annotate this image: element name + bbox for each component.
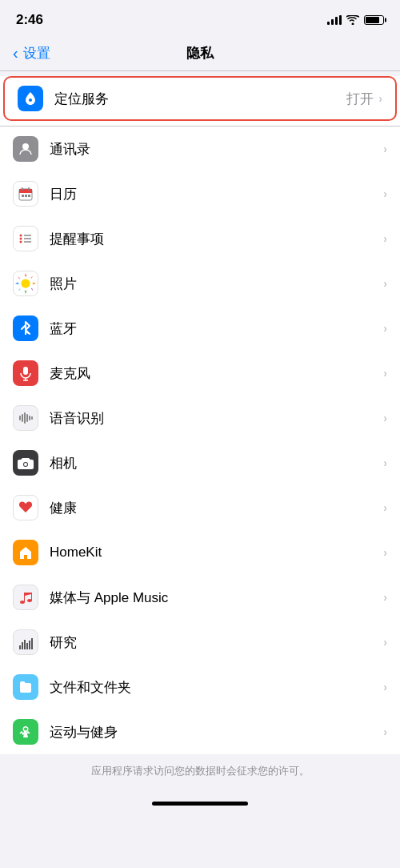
reminders-label: 提醒事项 [50,230,383,248]
calendar-label: 日历 [50,185,383,203]
back-button[interactable]: ‹ 设置 [13,44,50,62]
svg-point-9 [20,238,22,240]
svg-rect-7 [28,195,30,197]
wifi-icon [346,15,359,25]
location-label: 定位服务 [54,90,346,108]
files-chevron-icon: › [383,681,387,693]
list-item-reminders[interactable]: 提醒事项 › [0,216,400,261]
speech-label: 语音识别 [50,409,383,428]
status-time: 2:46 [16,12,43,28]
list-item-bluetooth[interactable]: 蓝牙 › [0,306,400,351]
media-label: 媒体与 Apple Music [50,589,383,607]
media-icon [13,585,38,610]
svg-rect-2 [19,189,32,193]
homekit-icon [13,540,38,565]
svg-marker-19 [18,276,21,280]
back-chevron-icon: ‹ [13,45,18,61]
svg-point-40 [24,728,27,731]
list-item-photos[interactable]: 照片 › [0,261,400,306]
list-item-media[interactable]: 媒体与 Apple Music › [0,575,400,620]
status-bar: 2:46 [0,0,400,35]
list-item-health[interactable]: 健康 › [0,485,400,530]
media-chevron-icon: › [383,591,387,604]
list-item-speech[interactable]: 语音识别 › [0,396,400,440]
location-icon [18,86,43,111]
list-item-location[interactable]: 定位服务 打开 › [3,76,397,121]
list-item-camera[interactable]: 相机 › [0,440,400,485]
bottom-bar [0,783,400,810]
health-chevron-icon: › [383,501,387,514]
camera-chevron-icon: › [383,456,387,469]
list-item-homekit[interactable]: HomeKit › [0,530,400,575]
microphone-chevron-icon: › [383,367,387,380]
list-item-calendar[interactable]: 日历 › [0,171,400,216]
svg-point-33 [24,463,27,466]
svg-rect-37 [26,643,28,649]
speech-icon [13,405,38,431]
svg-rect-28 [24,412,26,424]
svg-marker-18 [32,283,36,285]
svg-rect-34 [19,645,21,649]
svg-rect-36 [24,640,26,649]
svg-rect-38 [29,641,30,649]
svg-rect-35 [22,642,23,649]
fitness-chevron-icon: › [383,725,387,738]
location-chevron-icon: › [378,92,382,105]
calendar-icon [13,181,38,207]
svg-point-8 [20,235,22,237]
files-label: 文件和文件夹 [50,678,383,697]
research-label: 研究 [50,633,383,652]
nav-divider [0,70,400,71]
photos-icon [13,271,38,296]
settings-list: 定位服务 打开 › 通讯录 › 日历 › [0,76,400,754]
contacts-label: 通讯录 [50,140,383,159]
camera-label: 相机 [50,454,383,472]
svg-rect-39 [31,638,33,649]
svg-rect-5 [22,195,24,197]
svg-marker-21 [30,276,34,279]
footer-text: 应用程序请求访问您的数据时会征求您的许可。 [0,754,400,783]
page-title: 隐私 [186,44,214,62]
back-label: 设置 [23,44,50,62]
list-item-microphone[interactable]: 麦克风 › [0,351,400,396]
svg-marker-22 [18,288,22,291]
nav-bar: ‹ 设置 隐私 [0,35,400,70]
list-item-research[interactable]: 研究 › [0,620,400,665]
contacts-icon [13,136,38,162]
svg-rect-6 [25,195,27,197]
speech-chevron-icon: › [383,412,387,424]
fitness-icon [13,719,38,745]
svg-rect-26 [19,416,21,420]
svg-point-10 [20,241,22,243]
svg-marker-16 [25,290,27,294]
bluetooth-icon [13,315,38,341]
microphone-label: 麦克风 [50,364,383,383]
svg-rect-27 [22,414,23,422]
research-icon [13,629,38,655]
research-chevron-icon: › [383,636,387,649]
bluetooth-chevron-icon: › [383,322,387,335]
health-label: 健康 [50,499,383,517]
svg-rect-30 [29,416,30,420]
files-icon [13,674,38,700]
photos-label: 照片 [50,275,383,293]
svg-rect-29 [26,414,28,422]
home-indicator [152,802,248,806]
list-item-contacts[interactable]: 通讯录 › [0,127,400,171]
fitness-label: 运动与健身 [50,723,383,741]
homekit-chevron-icon: › [383,546,387,559]
svg-marker-15 [25,273,27,277]
list-item-fitness[interactable]: 运动与健身 › [0,709,400,754]
svg-point-14 [21,279,30,287]
calendar-chevron-icon: › [383,187,387,200]
list-item-files[interactable]: 文件和文件夹 › [0,665,400,709]
battery-icon [364,15,384,25]
reminders-chevron-icon: › [383,232,387,245]
location-value: 打开 [346,90,374,108]
svg-rect-31 [31,416,33,420]
contacts-chevron-icon: › [383,143,387,155]
svg-marker-20 [31,287,34,291]
homekit-label: HomeKit [50,545,383,561]
microphone-icon [13,360,38,386]
svg-rect-23 [23,367,28,375]
